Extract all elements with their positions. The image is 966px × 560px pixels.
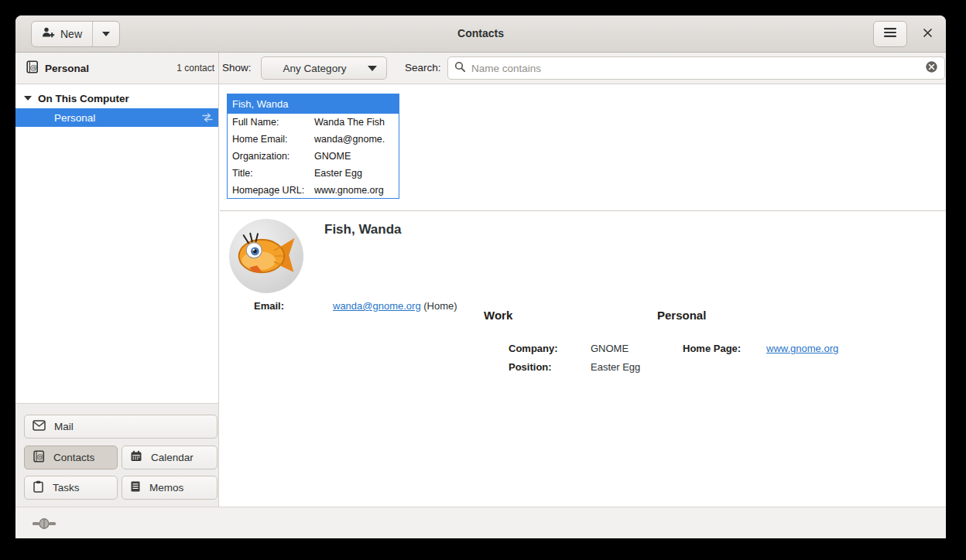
calendar-icon bbox=[130, 450, 142, 465]
category-dropdown[interactable]: Any Category bbox=[261, 56, 387, 80]
minicard-value: Easter Egg bbox=[314, 168, 362, 179]
contact-count: 1 contact bbox=[176, 63, 214, 73]
minicard-row: Organization: GNOME bbox=[228, 148, 399, 165]
clear-search-icon[interactable] bbox=[925, 60, 938, 77]
minicard-value: Wanda The Fish bbox=[314, 117, 385, 128]
titlebar: New Contacts bbox=[15, 15, 946, 53]
minicard-label: Title: bbox=[232, 168, 314, 179]
menu-button[interactable] bbox=[873, 21, 907, 47]
email-note: (Home) bbox=[423, 300, 457, 312]
tree-root-label: On This Computer bbox=[38, 93, 129, 104]
tree-root-on-this-computer[interactable]: On This Computer bbox=[15, 88, 218, 108]
switcher-label: Memos bbox=[149, 482, 183, 493]
switcher-label: Mail bbox=[54, 421, 74, 432]
contacts-icon: @ bbox=[33, 450, 45, 466]
email-label: Email: bbox=[254, 300, 284, 312]
switcher-memos-button[interactable]: Memos bbox=[122, 476, 218, 500]
show-label: Show: bbox=[222, 62, 252, 73]
switcher-contacts-button[interactable]: @ Contacts bbox=[24, 446, 118, 470]
addressbook-name: Personal bbox=[45, 63, 89, 74]
contact-name-heading: Fish, Wanda bbox=[324, 222, 402, 237]
minicard-row: Homepage URL: www.gnome.org bbox=[228, 182, 399, 199]
minicard-row: Home Email: wanda@gnome. bbox=[228, 131, 399, 148]
contacts-pane: Fish, Wanda Full Name: Wanda The Fish Ho… bbox=[220, 84, 946, 507]
position-row: Position: bbox=[509, 361, 552, 373]
company-label: Company: bbox=[509, 343, 558, 354]
minicard-label: Homepage URL: bbox=[232, 185, 314, 196]
company-value: GNOME bbox=[591, 343, 629, 354]
search-field bbox=[447, 56, 945, 80]
personal-section-heading: Personal bbox=[657, 309, 706, 322]
homepage-row: Home Page: bbox=[683, 343, 741, 354]
search-icon bbox=[454, 61, 466, 76]
addressbook-icon: @ bbox=[26, 60, 39, 77]
svg-text:@: @ bbox=[37, 452, 44, 460]
svg-text:@: @ bbox=[30, 62, 38, 70]
chevron-down-icon bbox=[368, 66, 377, 71]
switcher-tasks-button[interactable]: Tasks bbox=[24, 476, 118, 500]
evolution-window: New Contacts bbox=[15, 15, 946, 538]
homepage-link[interactable]: www.gnome.org bbox=[766, 343, 838, 354]
fish-image bbox=[236, 226, 296, 286]
minicard-row: Full Name: Wanda The Fish bbox=[228, 114, 399, 131]
company-row: Company: bbox=[509, 343, 558, 354]
memos-icon bbox=[130, 480, 141, 496]
tasks-icon bbox=[33, 480, 44, 496]
search-label: Search: bbox=[405, 62, 441, 73]
switcher-calendar-button[interactable]: Calendar bbox=[122, 446, 218, 470]
expander-icon[interactable] bbox=[24, 96, 32, 101]
minicard-value: www.gnome.org bbox=[314, 185, 384, 196]
homepage-value-row: www.gnome.org bbox=[766, 343, 838, 354]
mail-icon bbox=[33, 420, 46, 434]
contact-minicard[interactable]: Fish, Wanda Full Name: Wanda The Fish Ho… bbox=[227, 94, 399, 199]
email-value-row: wanda@gnome.org (Home) bbox=[333, 300, 457, 312]
addressbook-header: @ Personal 1 contact bbox=[15, 53, 219, 84]
toolbar: @ Personal 1 contact Show: Any Category … bbox=[15, 53, 946, 84]
minicard-label: Full Name: bbox=[232, 117, 314, 128]
close-button[interactable] bbox=[912, 21, 943, 47]
component-switcher: Mail @ Contacts bbox=[15, 403, 218, 507]
homepage-label: Home Page: bbox=[683, 343, 741, 354]
minicard-label: Organization: bbox=[232, 151, 314, 162]
minicard-title: Fish, Wanda bbox=[228, 94, 399, 114]
switcher-label: Tasks bbox=[53, 482, 80, 493]
switcher-mail-button[interactable]: Mail bbox=[24, 415, 218, 439]
window-title: Contacts bbox=[15, 27, 946, 39]
email-link[interactable]: wanda@gnome.org bbox=[333, 300, 421, 312]
minicard-row: Title: Easter Egg bbox=[228, 165, 399, 182]
tree-item-personal[interactable]: Personal bbox=[15, 108, 218, 127]
switcher-label: Contacts bbox=[53, 452, 94, 463]
sync-icon bbox=[201, 112, 214, 123]
online-status-icon[interactable] bbox=[33, 518, 56, 529]
category-value: Any Category bbox=[262, 63, 368, 74]
position-value: Easter Egg bbox=[591, 361, 640, 373]
tree-item-label: Personal bbox=[54, 112, 95, 124]
contact-avatar bbox=[229, 219, 303, 293]
email-row: Email: bbox=[254, 300, 284, 312]
position-label: Position: bbox=[509, 361, 552, 373]
switcher-label: Calendar bbox=[151, 452, 194, 463]
minicard-value: wanda@gnome. bbox=[314, 134, 385, 145]
statusbar bbox=[15, 507, 946, 538]
minicard-value: GNOME bbox=[314, 151, 351, 162]
search-input[interactable] bbox=[471, 63, 925, 74]
close-icon bbox=[923, 27, 933, 41]
minicard-label: Home Email: bbox=[232, 134, 314, 145]
preview-divider[interactable] bbox=[220, 210, 946, 211]
hamburger-icon bbox=[883, 27, 897, 41]
work-section-heading: Work bbox=[484, 309, 512, 322]
sidebar: On This Computer Personal Mail bbox=[15, 84, 219, 507]
